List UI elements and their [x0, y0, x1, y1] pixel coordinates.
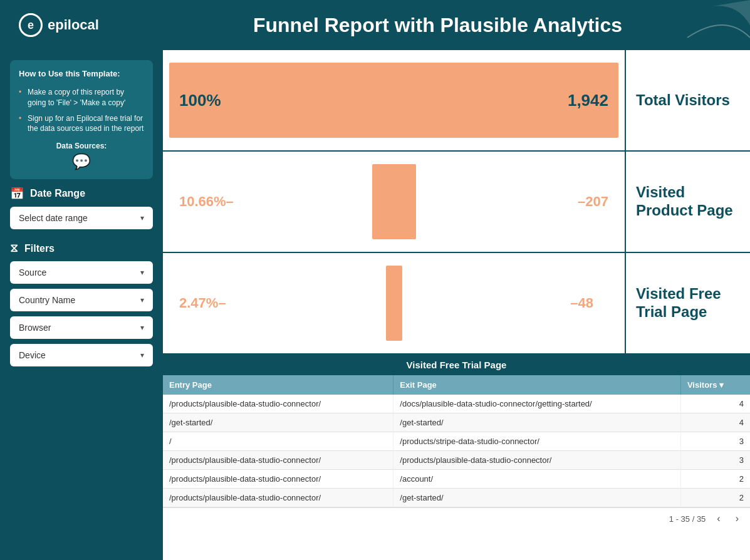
cell-entry-5: /products/plausible-data-studio-connecto… [163, 489, 393, 507]
table-area: Visited Free Trial Page Entry Page Exit … [163, 355, 750, 560]
filter-icon: ⧖ [10, 242, 18, 255]
page-header: e epilocal Funnel Report with Plausible … [0, 0, 750, 50]
funnel-pct-3: 2.47%– [179, 295, 226, 311]
device-label: Device [19, 350, 46, 360]
funnel-row-1: 100% 1,942 Total Visitors [163, 50, 750, 152]
date-range-header: 📅 Date Range [10, 187, 153, 200]
browser-arrow: ▾ [140, 323, 144, 332]
cell-visitors-2: 3 [680, 432, 750, 451]
col-exit-page: Exit Page [393, 375, 681, 395]
date-range-dropdown[interactable]: Select date range ▾ [10, 207, 153, 229]
how-to-box: How to Use this Template: Make a copy of… [10, 60, 153, 179]
cell-exit-3: /products/plausible-data-studio-connecto… [393, 451, 681, 470]
browser-dropdown[interactable]: Browser ▾ [10, 316, 153, 339]
logo-text: epilocal [48, 17, 99, 33]
date-range-section: 📅 Date Range Select date range ▾ [10, 187, 153, 234]
table-row: /products/plausible-data-studio-connecto… [163, 395, 750, 413]
cell-visitors-4: 2 [680, 470, 750, 489]
date-range-value: Select date range [19, 213, 88, 223]
funnel-chart-col-3: 2.47%– –48 [163, 253, 625, 353]
pagination-text: 1 - 35 / 35 [669, 514, 706, 524]
device-dropdown[interactable]: Device ▾ [10, 344, 153, 366]
how-to-item-2: Sign up for an Epilocal free trial for t… [19, 111, 144, 137]
funnel-row-2: 10.66%– –207 Visited Product Page [163, 152, 750, 253]
col-entry-page: Entry Page [163, 375, 393, 395]
how-to-item-1: Make a copy of this report by going to '… [19, 85, 144, 111]
table-header-row: Entry Page Exit Page Visitors ▾ [163, 375, 750, 395]
date-range-label: Date Range [30, 188, 85, 199]
main-layout: How to Use this Template: Make a copy of… [0, 50, 750, 560]
source-arrow: ▾ [140, 268, 144, 277]
page-title: Funnel Report with Plausible Analytics [144, 14, 731, 37]
data-sources-label: Data Sources: [19, 142, 144, 150]
logo-area: e epilocal [19, 13, 144, 37]
table-row: /products/plausible-data-studio-connecto… [163, 489, 750, 507]
funnel-label-col-1: Total Visitors [625, 50, 750, 150]
funnel-label-3: Visited Free Trial Page [636, 285, 740, 321]
table-footer: 1 - 35 / 35 ‹ › [163, 507, 750, 529]
cell-exit-5: /get-started/ [393, 489, 681, 507]
cell-visitors-3: 3 [680, 451, 750, 470]
data-sources-icon: 💬 [19, 153, 144, 170]
cell-exit-1: /get-started/ [393, 413, 681, 432]
cell-exit-2: /products/stripe-data-studio-connector/ [393, 432, 681, 451]
funnel-label-2: Visited Product Page [636, 184, 740, 220]
cell-exit-4: /account/ [393, 470, 681, 489]
funnel-pct-1: 100% [179, 91, 221, 110]
next-page-button[interactable]: › [732, 512, 742, 526]
funnel-pct-2: 10.66%– [179, 194, 234, 210]
sort-icon: ▾ [719, 380, 724, 390]
source-dropdown[interactable]: Source ▾ [10, 261, 153, 284]
cell-entry-1: /get-started/ [163, 413, 393, 432]
country-dropdown[interactable]: Country Name ▾ [10, 289, 153, 311]
cell-visitors-1: 4 [680, 413, 750, 432]
funnel-chart-col-2: 10.66%– –207 [163, 152, 625, 252]
funnel-label-col-3: Visited Free Trial Page [625, 253, 750, 353]
cell-visitors-0: 4 [680, 395, 750, 413]
data-table: Entry Page Exit Page Visitors ▾ /product… [163, 375, 750, 507]
funnel-label-1: Total Visitors [636, 91, 730, 110]
filters-section: ⧖ Filters Source ▾ Country Name ▾ Browse… [10, 242, 153, 371]
how-to-heading: How to Use this Template: [19, 69, 144, 78]
filters-header: ⧖ Filters [10, 242, 153, 255]
cell-exit-0: /docs/plausible-data-studio-connector/ge… [393, 395, 681, 413]
col-visitors[interactable]: Visitors ▾ [680, 375, 750, 395]
browser-label: Browser [19, 323, 51, 333]
funnel-value-2: –207 [578, 194, 608, 210]
country-arrow: ▾ [140, 296, 144, 304]
funnel-value-1: 1,942 [568, 91, 608, 110]
funnel-value-3: –48 [570, 295, 593, 311]
prev-page-button[interactable]: ‹ [713, 512, 724, 526]
funnel-chart-col-1: 100% 1,942 [163, 50, 625, 150]
cell-entry-2: / [163, 432, 393, 451]
table-title: Visited Free Trial Page [163, 355, 750, 375]
filters-label: Filters [24, 243, 55, 254]
table-row: /products/plausible-data-studio-connecto… [163, 470, 750, 489]
logo-icon: e [19, 13, 43, 37]
cell-visitors-5: 2 [680, 489, 750, 507]
table-row: /get-started/ /get-started/ 4 [163, 413, 750, 432]
table-row: / /products/stripe-data-studio-connector… [163, 432, 750, 451]
funnel-row-3: 2.47%– –48 Visited Free Trial Page [163, 253, 750, 355]
source-label: Source [19, 267, 46, 277]
funnel-label-col-2: Visited Product Page [625, 152, 750, 252]
table-row: /products/plausible-data-studio-connecto… [163, 451, 750, 470]
header-decoration [675, 0, 750, 50]
calendar-icon: 📅 [10, 187, 24, 200]
cell-entry-4: /products/plausible-data-studio-connecto… [163, 470, 393, 489]
content-area: 100% 1,942 Total Visitors 10.66%– –207 [163, 50, 750, 560]
country-label: Country Name [19, 295, 75, 305]
cell-entry-3: /products/plausible-data-studio-connecto… [163, 451, 393, 470]
sidebar: How to Use this Template: Make a copy of… [0, 50, 163, 560]
date-range-arrow: ▾ [140, 214, 144, 222]
device-arrow: ▾ [140, 351, 144, 360]
cell-entry-0: /products/plausible-data-studio-connecto… [163, 395, 393, 413]
